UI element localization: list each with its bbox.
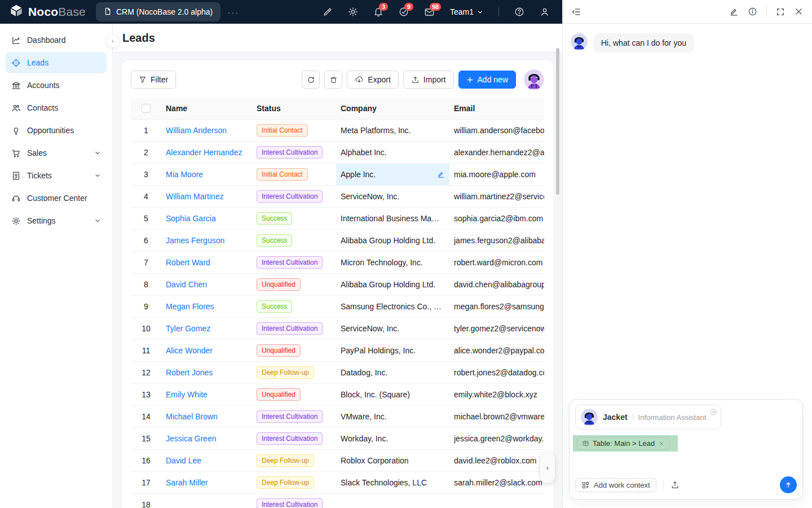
sidebar-item-label: Sales bbox=[27, 148, 47, 157]
lead-name-link[interactable]: Robert Jones bbox=[166, 368, 213, 377]
table-row[interactable]: 12 Robert Jones Deep Follow-up Datadog, … bbox=[131, 361, 544, 383]
company-cell[interactable]: Workday, Inc. bbox=[336, 427, 449, 449]
company-cell[interactable]: International Business Machines Corporat… bbox=[336, 207, 449, 229]
company-cell[interactable]: ServiceNow, Inc. bbox=[336, 185, 449, 207]
table-row[interactable]: 15 Jessica Green Interest Cultivation Wo… bbox=[131, 427, 544, 449]
table-row[interactable]: 1 William Anderson Initial Contact Meta … bbox=[131, 119, 544, 141]
assistant-avatar[interactable] bbox=[524, 69, 544, 90]
lead-name-link[interactable]: Megan Flores bbox=[166, 302, 214, 311]
design-pen-icon[interactable] bbox=[323, 7, 333, 17]
company-cell[interactable]: Samsung Electronics Co., Ltd. bbox=[336, 295, 449, 317]
company-cell[interactable]: Micron Technology, Inc. bbox=[336, 251, 449, 273]
add-new-button[interactable]: Add new bbox=[458, 71, 516, 89]
company-cell[interactable]: VMware, Inc. bbox=[336, 405, 449, 427]
table-row[interactable]: 2 Alexander Hernandez Interest Cultivati… bbox=[131, 141, 544, 163]
sidebar-item-tickets[interactable]: Tickets bbox=[6, 165, 107, 186]
table-row[interactable]: 9 Megan Flores Success Samsung Electroni… bbox=[131, 295, 544, 317]
conversation-list-icon[interactable] bbox=[571, 7, 581, 17]
tab-crm[interactable]: CRM (NocoBase 2.0 alpha) bbox=[96, 2, 220, 21]
company-cell[interactable]: Apple Inc. bbox=[336, 163, 449, 185]
table-row[interactable]: 18 Interest Cultivation bbox=[131, 493, 544, 508]
lead-name-link[interactable]: Robert Ward bbox=[166, 258, 210, 267]
panel-collapse-handle[interactable]: ‹ bbox=[540, 452, 555, 483]
import-button[interactable]: Import bbox=[403, 71, 454, 89]
company-cell[interactable] bbox=[336, 493, 449, 508]
team-selector[interactable]: Team1 bbox=[450, 7, 483, 16]
select-all-checkbox[interactable] bbox=[142, 104, 151, 113]
sidebar-item-opportunities[interactable]: Opportunities bbox=[6, 120, 107, 141]
nocobase-logo[interactable]: NocoBase bbox=[9, 3, 86, 20]
table-row[interactable]: 13 Emily White Unqualified Block, Inc. (… bbox=[131, 383, 544, 405]
company-cell[interactable]: Block, Inc. (Square) bbox=[336, 383, 449, 405]
sidebar-item-contacts[interactable]: Contacts bbox=[6, 97, 107, 119]
lead-name-link[interactable]: Jessica Green bbox=[166, 434, 216, 443]
work-context-tag[interactable]: Table: Main > Lead bbox=[577, 437, 670, 450]
vertical-scrollbar-thumb[interactable] bbox=[556, 48, 559, 195]
lead-name-link[interactable]: Sarah Miller bbox=[166, 478, 208, 487]
send-button[interactable] bbox=[780, 476, 797, 493]
sidebar-item-dashboard[interactable]: Dashboard bbox=[6, 29, 107, 51]
lead-name-link[interactable]: Emily White bbox=[166, 390, 208, 399]
sidebar-item-accounts[interactable]: Accounts bbox=[6, 75, 107, 96]
table-row[interactable]: 11 Alice Wonder Unqualified PayPal Holdi… bbox=[131, 339, 544, 361]
company-cell[interactable]: Meta Platforms, Inc. bbox=[336, 119, 449, 141]
close-icon[interactable] bbox=[794, 7, 804, 16]
company-cell[interactable]: Alibaba Group Holding Ltd. bbox=[336, 273, 449, 295]
page-header: Leads bbox=[113, 24, 562, 52]
company-cell[interactable]: Alphabet Inc. bbox=[336, 141, 449, 163]
remove-context-icon[interactable] bbox=[658, 440, 665, 447]
lead-name-link[interactable]: Tyler Gomez bbox=[166, 324, 210, 333]
remove-agent-icon[interactable] bbox=[709, 408, 717, 416]
messages-mail-icon[interactable]: 98 bbox=[424, 7, 435, 17]
table-row[interactable]: 16 David Lee Deep Follow-up Roblox Corpo… bbox=[131, 449, 544, 471]
table-row[interactable]: 4 William Martinez Interest Cultivation … bbox=[131, 185, 544, 207]
lead-name-link[interactable]: James Ferguson bbox=[166, 236, 224, 245]
table-row[interactable]: 17 Sarah Miller Deep Follow-up Slack Tec… bbox=[131, 471, 544, 493]
table-row[interactable]: 6 James Ferguson Success Alibaba Group H… bbox=[131, 229, 544, 251]
expand-fullscreen-icon[interactable] bbox=[776, 7, 785, 16]
sidebar-collapse-button[interactable]: ‹ bbox=[107, 35, 119, 47]
help-question-icon[interactable] bbox=[514, 7, 524, 17]
lead-name-link[interactable]: Sophia Garcia bbox=[166, 214, 216, 223]
lead-name-link[interactable]: Mia Moore bbox=[166, 170, 203, 179]
table-row[interactable]: 5 Sophia Garcia Success International Bu… bbox=[131, 207, 544, 229]
selected-agent-chip[interactable]: Jacket Information Assistant bbox=[575, 405, 721, 430]
tabs-more-button[interactable]: ··· bbox=[227, 7, 239, 17]
delete-button[interactable] bbox=[324, 71, 342, 89]
sidebar-item-customer-center[interactable]: Customer Center bbox=[6, 187, 107, 209]
table-row[interactable]: 7 Robert Ward Interest Cultivation Micro… bbox=[131, 251, 544, 273]
table-row[interactable]: 10 Tyler Gomez Interest Cultivation Serv… bbox=[131, 317, 544, 339]
info-icon[interactable] bbox=[748, 7, 757, 16]
export-button[interactable]: Export bbox=[347, 71, 398, 89]
sidebar-item-leads[interactable]: Leads bbox=[6, 52, 107, 73]
company-cell[interactable]: Slack Technologies, LLC bbox=[336, 471, 449, 493]
lead-name-link[interactable]: Alice Wonder bbox=[166, 346, 213, 355]
new-conversation-pencil-icon[interactable] bbox=[729, 7, 739, 16]
company-cell[interactable]: Datadog, Inc. bbox=[336, 361, 449, 383]
company-cell[interactable]: Alibaba Group Holding Ltd. bbox=[336, 229, 449, 251]
company-cell[interactable]: Roblox Corporation bbox=[336, 449, 449, 471]
edit-pencil-icon[interactable] bbox=[437, 170, 445, 178]
lead-name-link[interactable]: David Chen bbox=[166, 280, 207, 289]
lead-name-link[interactable]: David Lee bbox=[166, 456, 201, 465]
company-cell[interactable]: ServiceNow, Inc. bbox=[336, 317, 449, 339]
notifications-bell-icon[interactable]: 3 bbox=[373, 7, 383, 17]
add-work-context-button[interactable]: Add work context bbox=[575, 478, 656, 492]
table-row[interactable]: 8 David Chen Unqualified Alibaba Group H… bbox=[131, 273, 544, 295]
lead-name-link[interactable]: William Martinez bbox=[166, 192, 224, 201]
company-cell[interactable]: PayPal Holdings, Inc. bbox=[336, 339, 449, 361]
tasks-check-icon[interactable]: 9 bbox=[399, 7, 409, 17]
table-row[interactable]: 14 Michael Brown Interest Cultivation VM… bbox=[131, 405, 544, 427]
lead-name-link[interactable]: William Anderson bbox=[166, 126, 227, 135]
sidebar-item-sales[interactable]: Sales bbox=[6, 142, 107, 164]
settings-gear-icon[interactable] bbox=[348, 7, 358, 17]
user-profile-icon[interactable] bbox=[540, 7, 550, 17]
attach-upload-icon[interactable] bbox=[670, 480, 679, 489]
tasks-badge: 9 bbox=[404, 3, 413, 11]
lead-name-link[interactable]: Alexander Hernandez bbox=[166, 148, 242, 157]
filter-button[interactable]: Filter bbox=[131, 71, 176, 89]
lead-name-link[interactable]: Michael Brown bbox=[166, 412, 218, 421]
sidebar-item-settings[interactable]: Settings bbox=[6, 210, 107, 231]
refresh-button[interactable] bbox=[302, 71, 320, 89]
table-row[interactable]: 3 Mia Moore Initial Contact Apple Inc. m… bbox=[131, 163, 544, 185]
